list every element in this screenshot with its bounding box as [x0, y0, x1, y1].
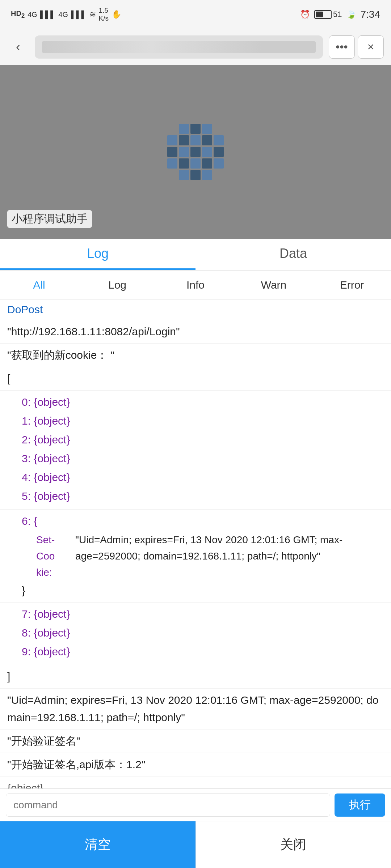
command-input[interactable]: [6, 793, 330, 817]
subtab-log[interactable]: Log: [78, 271, 156, 299]
log-content: DoPost "http://192.168.1.11:8082/api/Log…: [0, 299, 391, 868]
clear-button[interactable]: 清空: [0, 821, 196, 868]
subtab-warn[interactable]: Warn: [235, 271, 313, 299]
hand-icon: ✋: [112, 10, 121, 19]
log-line-dopost: DoPost: [0, 299, 391, 320]
leaf-icon: 🍃: [346, 10, 356, 19]
status-left-icons: HD2 4G ▌▌▌ 4G ▌▌▌ ≋ 1.5K/s ✋: [11, 7, 121, 22]
time-display: 7:34: [361, 9, 381, 20]
alarm-icon: ⏰: [300, 10, 310, 19]
more-button[interactable]: •••: [329, 35, 355, 59]
hd-icon: HD2: [11, 9, 25, 20]
browser-bar: ‹ ••• ×: [0, 29, 391, 65]
battery-indicator: 51: [314, 10, 342, 19]
log-line-cookie-label: "获取到的新cookie： ": [0, 344, 391, 367]
signal-4g2-icon: 4G: [58, 10, 68, 19]
signal-4g-icon: 4G: [28, 10, 37, 19]
address-text: [42, 41, 316, 53]
speed-text: 1.5K/s: [99, 7, 109, 22]
close-browser-button[interactable]: ×: [358, 35, 384, 59]
tab-log[interactable]: Log: [0, 239, 196, 270]
browser-actions: ••• ×: [329, 35, 384, 59]
log-verify-sig-version: "开始验证签名,api版本：1.2": [0, 753, 391, 776]
tab-data[interactable]: Data: [196, 239, 391, 270]
main-tabs: Log Data: [0, 239, 391, 271]
signal-bars2-icon: ▌▌▌: [71, 10, 87, 19]
address-bar[interactable]: [35, 35, 323, 59]
status-right-icons: ⏰ 51 🍃 7:34: [300, 9, 380, 20]
back-button[interactable]: ‹: [7, 36, 29, 58]
subtab-info[interactable]: Info: [156, 271, 235, 299]
log-cookie-value: "Uid=Admin; expires=Fri, 13 Nov 2020 12:…: [0, 689, 391, 729]
log-objects-0-5: 0: {object} 1: {object} 2: {object} 3: {…: [0, 391, 391, 510]
bottom-bar: 清空 关闭: [0, 821, 391, 868]
miniprogram-preview: 小程序调试助手: [0, 65, 391, 239]
log-bracket-open: [: [0, 367, 391, 391]
wifi-icon: ≋: [89, 10, 96, 19]
status-bar: HD2 4G ▌▌▌ 4G ▌▌▌ ≋ 1.5K/s ✋ ⏰ 51 🍃 7:34: [0, 0, 391, 29]
log-objects-7-9: 7: {object} 8: {object} 9: {object}: [0, 603, 391, 665]
command-area: 执行: [0, 788, 391, 821]
log-object-6: 6: { Set- Coo kie: "Uid=Admin; expires=F…: [0, 510, 391, 603]
sub-tabs: All Log Info Warn Error: [0, 271, 391, 299]
close-button[interactable]: 关闭: [196, 821, 391, 868]
log-line-url: "http://192.168.1.11:8082/api/Login": [0, 320, 391, 344]
subtab-error[interactable]: Error: [313, 271, 391, 299]
subtab-all[interactable]: All: [0, 271, 78, 299]
signal-bars-icon: ▌▌▌: [40, 10, 56, 19]
miniprogram-label: 小程序调试助手: [7, 210, 92, 228]
execute-button[interactable]: 执行: [335, 793, 385, 817]
log-verify-sig: "开始验证签名": [0, 729, 391, 753]
app-icon: [167, 123, 224, 181]
battery-percent: 51: [333, 10, 342, 19]
log-bracket-close: ]: [0, 665, 391, 689]
